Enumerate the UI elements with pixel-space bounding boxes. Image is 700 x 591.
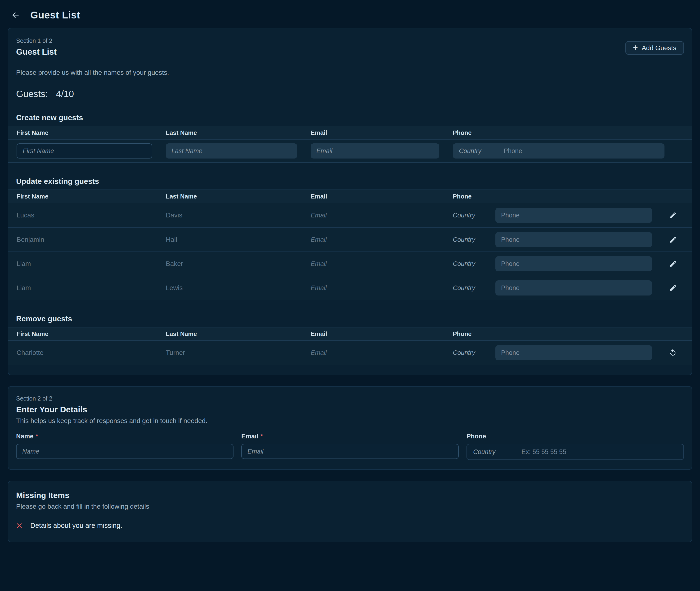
edit-guest-button[interactable] bbox=[654, 252, 692, 276]
name-input[interactable] bbox=[16, 444, 233, 459]
update-guest-row: Liam Baker Email Country bbox=[8, 252, 692, 276]
new-phone-input-group[interactable]: Country Phone bbox=[453, 143, 664, 158]
details-form: Name * Email * Phone Country Ex: 55 55 5 bbox=[16, 433, 684, 460]
phone-input-group[interactable]: Country Ex: 55 55 55 55 bbox=[467, 444, 684, 460]
update-guest-row: Lucas Davis Email Country bbox=[8, 203, 692, 227]
pencil-icon bbox=[669, 236, 677, 244]
create-table-header: First Name Last Name Email Phone bbox=[8, 126, 692, 140]
pencil-icon bbox=[669, 284, 677, 292]
create-guests-table: First Name Last Name Email Phone Country… bbox=[8, 126, 692, 163]
guest-country-placeholder[interactable]: Country bbox=[445, 236, 495, 244]
remove-guests-table: First Name Last Name Email Phone Charlot… bbox=[8, 327, 692, 365]
guest-first-name: Benjamin bbox=[8, 236, 158, 244]
new-first-name-input[interactable] bbox=[16, 143, 152, 158]
top-header: Guest List bbox=[0, 0, 700, 28]
guest-country-placeholder[interactable]: Country bbox=[445, 349, 495, 356]
update-guest-row: Benjamin Hall Email Country bbox=[8, 227, 692, 252]
col-phone: Phone bbox=[445, 330, 654, 338]
remove-table-header: First Name Last Name Email Phone bbox=[8, 327, 692, 341]
guest-country-placeholder[interactable]: Country bbox=[445, 212, 495, 219]
guest-phone-input[interactable] bbox=[495, 280, 652, 296]
guest-email-placeholder: Email bbox=[302, 260, 445, 268]
email-input[interactable] bbox=[241, 444, 459, 459]
new-country-placeholder[interactable]: Country bbox=[453, 147, 504, 155]
email-field-group: Email * bbox=[241, 433, 459, 460]
phone-label: Phone bbox=[467, 433, 684, 440]
guest-phone-input[interactable] bbox=[495, 208, 652, 223]
guest-last-name: Davis bbox=[158, 211, 302, 219]
edit-guest-button[interactable] bbox=[654, 203, 692, 227]
update-guest-row: Liam Lewis Email Country bbox=[8, 276, 692, 300]
create-guest-row: Country Phone bbox=[8, 140, 692, 162]
phone-placeholder[interactable]: Ex: 55 55 55 55 bbox=[514, 448, 566, 456]
guest-phone-cell: Country bbox=[445, 276, 654, 300]
back-button[interactable] bbox=[9, 9, 22, 21]
restore-guest-button[interactable] bbox=[654, 341, 692, 365]
col-last-name: Last Name bbox=[158, 330, 302, 338]
guest-phone-cell: Country bbox=[445, 228, 654, 252]
guest-first-name: Charlotte bbox=[8, 349, 158, 356]
guest-email-placeholder: Email bbox=[302, 284, 445, 292]
guest-first-name: Liam bbox=[8, 284, 158, 292]
col-first-name: First Name bbox=[8, 330, 158, 338]
name-label-text: Name bbox=[16, 433, 34, 440]
phone-label-text: Phone bbox=[467, 433, 486, 440]
section2-kicker: Section 2 of 2 bbox=[16, 395, 684, 402]
col-last-name: Last Name bbox=[158, 129, 302, 136]
pencil-icon bbox=[669, 211, 677, 219]
section2-title: Enter Your Details bbox=[16, 405, 684, 414]
edit-guest-button[interactable] bbox=[654, 228, 692, 252]
new-email-input[interactable] bbox=[311, 143, 439, 158]
guest-phone-input[interactable] bbox=[495, 256, 652, 271]
new-phone-placeholder[interactable]: Phone bbox=[504, 147, 522, 155]
col-email: Email bbox=[302, 193, 445, 200]
col-first-name: First Name bbox=[8, 193, 158, 200]
guest-phone-input[interactable] bbox=[495, 345, 652, 360]
x-mark-icon bbox=[16, 522, 23, 529]
guest-country-placeholder[interactable]: Country bbox=[445, 260, 495, 268]
update-guests-heading: Update existing guests bbox=[8, 177, 692, 186]
guest-phone-cell: Country bbox=[445, 252, 654, 276]
country-select[interactable]: Country bbox=[467, 444, 514, 459]
col-first-name: First Name bbox=[8, 129, 158, 136]
section2-card: Section 2 of 2 Enter Your Details This h… bbox=[8, 386, 692, 470]
section1-kicker: Section 1 of 2 bbox=[16, 38, 57, 44]
guests-label: Guests: bbox=[16, 89, 48, 99]
guests-counter: Guests:4/10 bbox=[8, 89, 692, 99]
guest-phone-cell: Country bbox=[445, 203, 654, 227]
guest-email-placeholder: Email bbox=[302, 349, 445, 356]
update-guests-table: First Name Last Name Email Phone Lucas D… bbox=[8, 190, 692, 300]
missing-item: Details about you are missing. bbox=[16, 522, 684, 529]
guest-first-name: Liam bbox=[8, 260, 158, 268]
guest-country-placeholder[interactable]: Country bbox=[445, 284, 495, 292]
col-phone: Phone bbox=[445, 129, 654, 136]
guest-phone-input[interactable] bbox=[495, 232, 652, 247]
col-email: Email bbox=[302, 129, 445, 136]
name-field-group: Name * bbox=[16, 433, 233, 460]
guests-count: 4/10 bbox=[56, 89, 74, 99]
section1-description: Please provide us with all the names of … bbox=[8, 69, 692, 76]
required-asterisk: * bbox=[36, 433, 38, 440]
phone-field-group: Phone Country Ex: 55 55 55 55 bbox=[467, 433, 684, 460]
section1-card: Section 1 of 2 Guest List + Add Guests P… bbox=[8, 28, 692, 375]
plus-icon: + bbox=[633, 43, 638, 52]
page-title: Guest List bbox=[30, 9, 80, 21]
pencil-icon bbox=[669, 260, 677, 268]
col-phone: Phone bbox=[445, 193, 654, 200]
col-email: Email bbox=[302, 330, 445, 338]
undo-icon bbox=[669, 348, 677, 357]
edit-guest-button[interactable] bbox=[654, 276, 692, 300]
required-asterisk: * bbox=[260, 433, 263, 440]
guest-last-name: Hall bbox=[158, 236, 302, 244]
page: Guest List Section 1 of 2 Guest List + A… bbox=[0, 0, 700, 591]
arrow-left-icon bbox=[11, 10, 20, 20]
missing-item-text: Details about you are missing. bbox=[30, 522, 122, 529]
remove-guests-heading: Remove guests bbox=[8, 314, 692, 323]
email-label-text: Email bbox=[241, 433, 258, 440]
section1-header: Section 1 of 2 Guest List + Add Guests bbox=[8, 28, 692, 57]
missing-items-title: Missing Items bbox=[16, 491, 684, 500]
create-guests-heading: Create new guests bbox=[8, 113, 692, 122]
add-guests-button[interactable]: + Add Guests bbox=[625, 41, 684, 55]
guest-email-placeholder: Email bbox=[302, 212, 445, 219]
new-last-name-input[interactable] bbox=[166, 143, 297, 158]
